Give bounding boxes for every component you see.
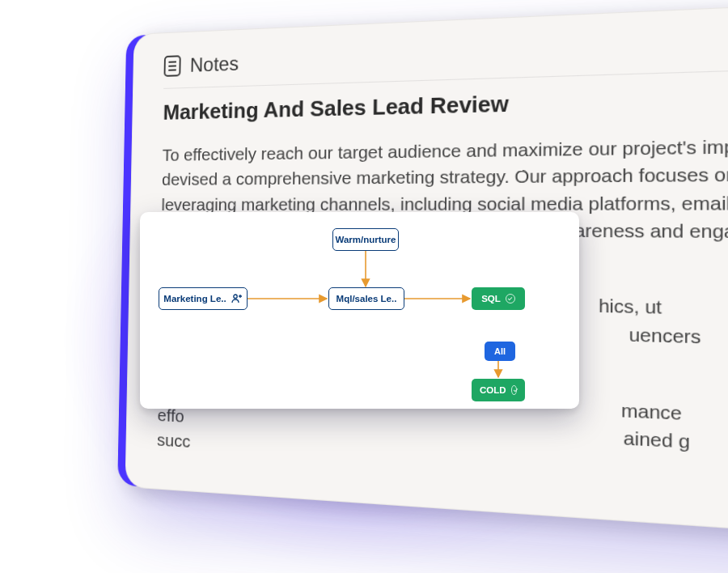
flow-node-label: Marketing Le..	[163, 294, 226, 303]
flow-node-label: Mql/sales Le..	[336, 294, 397, 303]
flow-node-label: SQL	[481, 294, 501, 303]
notes-icon	[164, 55, 181, 77]
person-icon	[231, 294, 243, 303]
flow-node-sql[interactable]: SQL	[472, 287, 525, 310]
flow-node-cold[interactable]: COLD	[472, 379, 525, 401]
flow-node-warm[interactable]: Warm/nurture	[332, 228, 399, 251]
flow-node-label: All	[494, 346, 506, 356]
stage: success for our project. efforts, we aim…	[0, 0, 728, 573]
flow-node-all[interactable]: All	[485, 342, 515, 361]
check-icon	[511, 385, 517, 395]
check-icon	[506, 294, 515, 303]
flow-node-mql[interactable]: Mql/sales Le..	[328, 287, 404, 310]
flow-node-label: COLD	[480, 385, 506, 395]
notes-panel-title: Notes	[190, 52, 239, 76]
notes-header: Notes	[163, 28, 728, 89]
flow-node-marketing[interactable]: Marketing Le..	[159, 287, 248, 310]
flowchart-card: Warm/nurture Marketing Le.. Mql/sales Le…	[140, 212, 579, 409]
flow-node-label: Warm/nurture	[336, 235, 396, 244]
note-heading: Marketing And Sales Lead Review	[163, 82, 728, 125]
svg-point-7	[233, 295, 236, 298]
